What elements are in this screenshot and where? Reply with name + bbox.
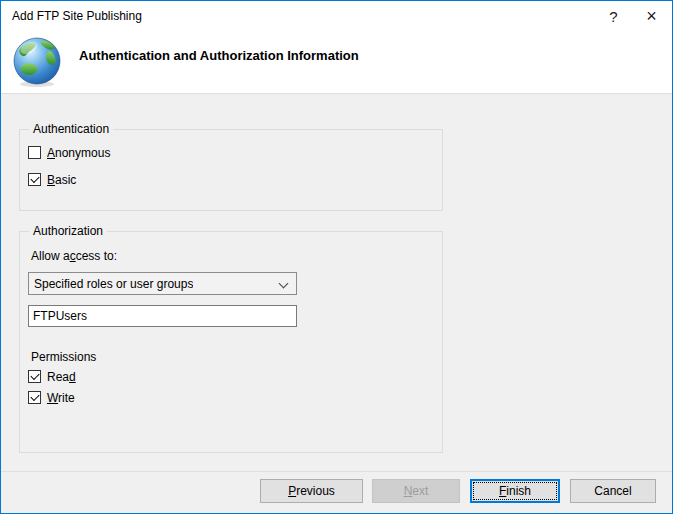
authorization-group-label: Authorization xyxy=(29,224,107,238)
close-button[interactable]: × xyxy=(635,1,668,31)
write-checkbox-row[interactable]: Write xyxy=(28,390,75,405)
help-button[interactable]: ? xyxy=(597,1,630,31)
basic-checkbox-row[interactable]: Basic xyxy=(28,172,76,187)
close-icon: × xyxy=(646,7,657,25)
header-separator xyxy=(1,93,672,94)
anonymous-checkbox[interactable] xyxy=(28,146,41,159)
read-checkbox[interactable] xyxy=(28,370,41,383)
cancel-button[interactable]: Cancel xyxy=(570,479,656,503)
next-button: Next xyxy=(372,479,460,503)
read-checkbox-label[interactable]: Read xyxy=(47,370,76,384)
allow-access-label: Allow access to: xyxy=(31,249,117,263)
authorization-group: Authorization xyxy=(19,231,443,453)
write-checkbox-label[interactable]: Write xyxy=(47,391,75,405)
page-title: Authentication and Authorization Informa… xyxy=(79,48,359,63)
help-icon: ? xyxy=(609,9,617,24)
read-checkbox-row[interactable]: Read xyxy=(28,369,76,384)
chevron-down-icon xyxy=(279,279,289,289)
previous-button[interactable]: Previous xyxy=(260,479,363,503)
globe-icon xyxy=(12,36,62,88)
anonymous-checkbox-row[interactable]: Anonymous xyxy=(28,145,110,160)
users-input[interactable] xyxy=(28,305,297,327)
footer-separator xyxy=(1,471,672,472)
allow-access-selected-value: Specified roles or user groups xyxy=(34,277,193,291)
basic-checkbox[interactable] xyxy=(28,173,41,186)
anonymous-checkbox-label[interactable]: Anonymous xyxy=(47,146,110,160)
wizard-header: Authentication and Authorization Informa… xyxy=(1,32,672,93)
authentication-group: Authentication xyxy=(19,129,443,211)
titlebar: Add FTP Site Publishing ? × xyxy=(1,1,672,32)
write-checkbox[interactable] xyxy=(28,391,41,404)
permissions-label: Permissions xyxy=(31,350,96,364)
authentication-group-label: Authentication xyxy=(29,122,113,136)
finish-button[interactable]: Finish xyxy=(470,479,560,503)
allow-access-select[interactable]: Specified roles or user groups xyxy=(28,272,297,295)
basic-checkbox-label[interactable]: Basic xyxy=(47,173,76,187)
window-title: Add FTP Site Publishing xyxy=(12,9,142,23)
add-ftp-site-publishing-dialog: Add FTP Site Publishing ? × xyxy=(0,0,673,514)
